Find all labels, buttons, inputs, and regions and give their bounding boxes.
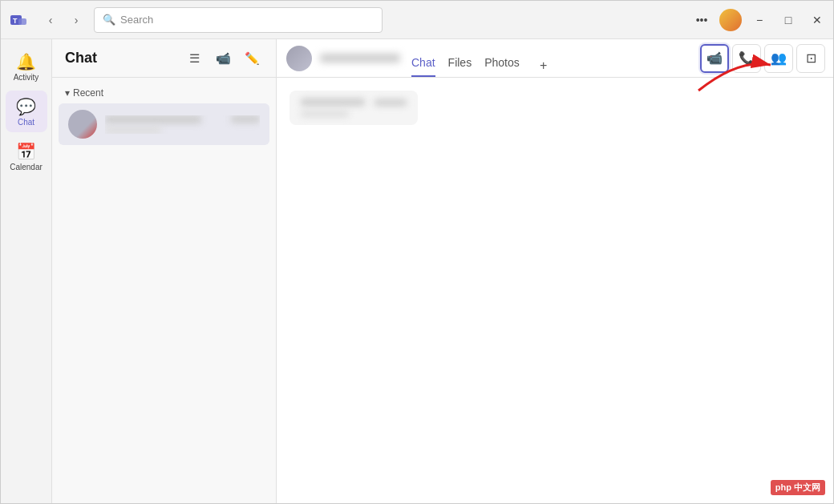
svg-text:T: T	[13, 17, 18, 25]
video-call-button[interactable]: 📹	[700, 44, 729, 73]
chat-icon: 💬	[16, 97, 36, 116]
sidebar: 🔔 Activity 💬 Chat 📅 Calendar	[1, 39, 52, 503]
sidebar-item-calendar[interactable]: 📅 Calendar	[6, 135, 47, 177]
title-bar: T ‹ › 🔍 Search ••• − □ ✕	[1, 1, 834, 39]
nav-buttons: ‹ ›	[39, 9, 87, 31]
contact-name	[105, 115, 201, 123]
filter-button[interactable]: ☰	[183, 47, 205, 70]
add-people-button[interactable]: 👥	[764, 44, 793, 73]
chat-messages[interactable]	[277, 78, 834, 503]
phone-icon: 📞	[739, 50, 755, 66]
more-options-button[interactable]: •••	[690, 9, 713, 31]
chat-list-item[interactable]	[59, 103, 269, 145]
content-contact-avatar	[286, 46, 312, 71]
sidebar-item-activity[interactable]: 🔔 Activity	[6, 46, 47, 87]
title-bar-actions: ••• − □ ✕	[690, 9, 828, 31]
search-placeholder: Search	[120, 14, 153, 26]
calendar-icon: 📅	[16, 142, 36, 161]
content-contact-name	[320, 54, 400, 62]
recent-text: Recent	[73, 87, 103, 99]
calendar-label: Calendar	[10, 163, 43, 171]
chat-list-title: Chat	[65, 50, 176, 67]
new-chat-button[interactable]: ✏️	[241, 47, 263, 70]
activity-label: Activity	[14, 73, 39, 82]
recent-label[interactable]: ▾ Recent	[52, 84, 276, 102]
chevron-down-icon: ▾	[65, 87, 70, 99]
content-header-actions: 📹 📞 👥 ⊡	[700, 44, 825, 73]
message-text	[301, 111, 349, 117]
minimize-button[interactable]: −	[748, 9, 771, 31]
watermark: php 中文网	[771, 480, 825, 495]
add-people-icon: 👥	[771, 50, 787, 66]
search-icon: 🔍	[103, 14, 115, 26]
teams-logo: T	[7, 9, 30, 31]
search-bar[interactable]: 🔍 Search	[94, 7, 383, 33]
new-meeting-button[interactable]: 📹	[212, 47, 234, 70]
message-header	[301, 99, 407, 106]
chat-info	[105, 115, 260, 134]
back-button[interactable]: ‹	[39, 9, 62, 31]
more-chat-options-button[interactable]: ⊡	[796, 44, 825, 73]
content-tabs: Chat Files Photos +	[408, 39, 555, 77]
more-options-icon: ⊡	[806, 50, 816, 66]
message-item	[289, 91, 418, 125]
contact-avatar	[68, 110, 97, 139]
chat-preview	[105, 127, 161, 134]
user-avatar[interactable]	[719, 9, 742, 31]
message-sender-name	[301, 99, 365, 106]
chat-time	[231, 115, 260, 123]
recent-section: ▾ Recent	[52, 78, 276, 153]
chat-label: Chat	[18, 118, 34, 127]
chat-list-panel: Chat ☰ 📹 ✏️ ▾ Recent	[52, 39, 277, 503]
tab-chat[interactable]: Chat	[411, 39, 435, 77]
sidebar-item-chat[interactable]: 💬 Chat	[6, 91, 47, 132]
add-tab-button[interactable]: +	[532, 54, 555, 77]
audio-call-button[interactable]: 📞	[732, 44, 761, 73]
chat-content-header: Chat Files Photos + 📹 📞 👥	[277, 39, 834, 78]
chat-list-header: Chat ☰ 📹 ✏️	[52, 39, 276, 78]
video-call-icon: 📹	[706, 50, 723, 66]
svg-rect-1	[18, 18, 26, 25]
chat-name-row	[105, 115, 260, 123]
message-timestamp	[374, 99, 407, 106]
forward-button[interactable]: ›	[65, 9, 87, 31]
activity-icon: 🔔	[16, 52, 36, 71]
chat-content-panel: Chat Files Photos + 📹 📞 👥	[277, 39, 834, 503]
close-button[interactable]: ✕	[806, 9, 828, 31]
tab-files[interactable]: Files	[448, 39, 472, 77]
tab-photos[interactable]: Photos	[484, 39, 520, 77]
maximize-button[interactable]: □	[777, 9, 800, 31]
